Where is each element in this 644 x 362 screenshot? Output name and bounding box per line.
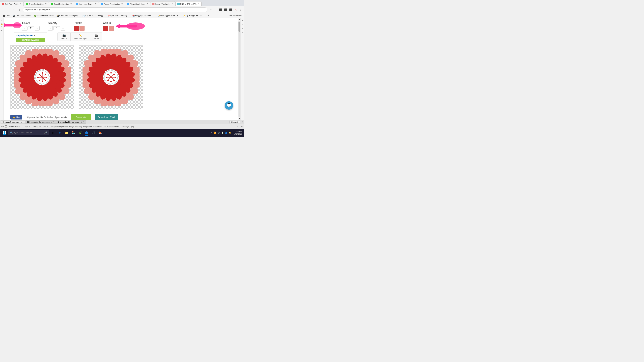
scroll-up-button[interactable]: ▲ — [238, 18, 240, 20]
taskbar-search[interactable]: 🔍 Type here to search 🎤 — [8, 130, 49, 135]
taskbar-app-store[interactable]: 🏪 — [70, 130, 76, 136]
right-sidebar-icon-1[interactable]: A — [241, 19, 244, 22]
chat-fab[interactable]: 💬 — [225, 101, 233, 110]
like-button[interactable]: 👍 Like — [10, 115, 22, 119]
download-svg-button[interactable]: Download SVG — [94, 114, 118, 120]
simplify-decrement[interactable]: − — [48, 26, 53, 31]
bookmark-free-photos[interactable]: 📷 Free stock photos — [12, 14, 32, 17]
bookmark-can-stock[interactable]: 📸 Can Stock Photo | My... — [55, 14, 81, 17]
vector-tab[interactable]: ✏️ Vector images — [70, 33, 90, 41]
photos-tab[interactable]: 📷 Photos — [58, 33, 70, 41]
home-button[interactable]: ⌂ — [18, 7, 22, 12]
inkscape-tab-2[interactable]: 🖼 free-vector-flower-....png ▲ ✕ — [26, 120, 56, 124]
show-all-button[interactable]: Show all — [230, 120, 240, 124]
inkscape-tab-2-close[interactable]: ✕ — [53, 121, 54, 123]
simplify-increment[interactable]: + — [61, 26, 66, 31]
inkscape-tab-1-close[interactable]: ✕ — [23, 121, 24, 123]
back-button[interactable]: ← — [1, 7, 6, 12]
inkscape-tab-1[interactable]: ⬡ image2vector.svg ▲ ✕ — [1, 120, 26, 124]
svg-point-57 — [42, 72, 43, 73]
tab-8[interactable]: PNG or JPG to SV... ✕ — [176, 1, 202, 6]
scrollbar: ▲ ▼ — [238, 18, 240, 120]
bookmark-myblogger2[interactable]: 📝 My Blogger Buzz: S ... — [182, 14, 206, 17]
tab-7[interactable]: Jaaxy - The Worl... ✕ — [150, 1, 175, 6]
url-bar[interactable]: https://www.pngtosvg.com — [23, 7, 207, 12]
time-display: 8:46 PM — [234, 130, 242, 133]
tray-chevron[interactable]: ^ — [210, 131, 213, 134]
start-button[interactable] — [1, 130, 8, 136]
palette-swatch-2[interactable] — [80, 26, 84, 31]
sidebar-icon-4[interactable]: A — [0, 29, 3, 32]
bookmark-blogging[interactable]: 📚 Blogging Resource L... — [131, 14, 156, 17]
video-tab[interactable]: 🎬 Video — [90, 33, 102, 41]
simplify-control-group: Simplify − 0 + — [48, 22, 66, 31]
right-sidebar-icon-4[interactable]: ≡ — [241, 31, 244, 34]
inkscape-tab-3-close[interactable]: ✕ — [83, 121, 84, 123]
tab-1[interactable]: Edit Post ‹ Abbi... ✕ — [0, 1, 24, 6]
scroll-thumb[interactable] — [238, 22, 240, 32]
tray-notification[interactable]: 🔔 — [228, 131, 231, 134]
ad-search-button[interactable]: SEARCH IMAGES — [16, 38, 45, 42]
colors-decrement[interactable]: − — [22, 26, 27, 31]
other-bookmarks[interactable]: Other bookmarks — [227, 14, 243, 17]
tab-4-close[interactable]: ✕ — [95, 2, 97, 5]
tab-5[interactable]: Flower Free Vecto... ✕ — [99, 1, 125, 6]
palette-swatch-1[interactable] — [74, 26, 79, 31]
tab-5-close[interactable]: ✕ — [121, 2, 123, 5]
chrome-icon: 🔵 — [85, 131, 89, 135]
bookmark-top25[interactable]: 📄 Top 25 Tips All Blogg... — [81, 14, 106, 17]
inkscape-tab-3[interactable]: 🖼 group-brightly-col-....jpg ▲ ✕ — [56, 120, 86, 124]
menu-button[interactable]: ⋮ — [238, 7, 243, 12]
sidebar-icon-3[interactable]: T — [0, 25, 3, 28]
bookmark-myblogger1[interactable]: 📝 My Blogger Buzz: Ho... — [156, 14, 182, 17]
tab-7-close[interactable]: ✕ — [171, 2, 174, 5]
right-sidebar-icon-3[interactable]: # — [241, 27, 244, 30]
bookmark-icon[interactable]: ☆ — [208, 7, 213, 12]
tab-2-close[interactable]: ✕ — [45, 2, 47, 5]
extension-icon-4[interactable]: A — [234, 7, 238, 12]
new-tab-button[interactable]: + — [202, 2, 206, 6]
extension-icon-3[interactable]: ⬛ — [228, 7, 233, 12]
refresh-button[interactable]: ↻ — [12, 7, 16, 12]
tab-4[interactable]: free vector flowe... ✕ — [74, 1, 99, 6]
tab-3[interactable]: Cricut Design Sp... ✕ — [49, 1, 74, 6]
taskbar-app-taskview[interactable]: ⊞ — [50, 130, 56, 136]
file-tabs-close[interactable]: ✕ — [242, 121, 243, 123]
free-photos-favicon: 📷 — [13, 14, 15, 16]
sidebar-icon-2[interactable]: 🔒 — [0, 22, 3, 25]
bookmark-apps[interactable]: ⬛ Apps — [1, 14, 11, 17]
tray-network[interactable]: 📶 — [214, 131, 216, 134]
forward-button[interactable]: → — [7, 7, 11, 12]
right-swatch-1[interactable] — [103, 26, 108, 31]
sidebar-icon-1[interactable]: ☰ — [0, 19, 3, 22]
taskbar-app-edge[interactable]: e — [57, 130, 63, 136]
tab-6[interactable]: Flowe Stock Illus... ✕ — [125, 1, 150, 6]
bookmark-more[interactable]: » — [206, 14, 210, 17]
system-clock[interactable]: 8:46 PM 10/1/2018 — [232, 130, 243, 136]
taskbar-app-2[interactable]: 🎵 — [90, 130, 96, 136]
tray-volume[interactable]: 🔊 — [217, 131, 220, 134]
right-swatch-2[interactable] — [109, 26, 114, 31]
extension-icon-1[interactable]: ⬛ — [218, 7, 223, 12]
right-sidebar-icon-2[interactable]: ⚙ — [241, 23, 244, 26]
generate-button[interactable]: Generate — [70, 114, 91, 120]
tab-2[interactable]: Cricut Design Sp... ✕ — [24, 1, 49, 6]
bookmark-natural-hair[interactable]: 🌿 Natural Hair Growth — [32, 14, 55, 17]
scroll-track[interactable] — [238, 21, 240, 117]
taskbar-app-1[interactable]: 🌿 — [77, 130, 83, 136]
tray-people[interactable]: 👤 — [224, 131, 228, 134]
tab-3-close[interactable]: ✕ — [70, 2, 72, 5]
address-bar: ← → ↻ ⌂ https://www.pngtosvg.com ☆ P ⬛ ⬛… — [0, 6, 244, 13]
taskbar-app-3[interactable]: 🦊 — [97, 130, 103, 136]
tab-8-close[interactable]: ✕ — [198, 2, 200, 5]
colors-increment[interactable]: + — [35, 26, 40, 31]
tab-1-close[interactable]: ✕ — [20, 2, 22, 5]
bookmark-april[interactable]: 📅 April 30th: Saturday ... — [106, 14, 131, 17]
taskbar-app-chrome[interactable]: 🔵 — [84, 130, 90, 136]
extension-icon-2[interactable]: ⬛ — [224, 7, 228, 12]
pinterest-icon[interactable]: P — [213, 7, 218, 12]
taskbar-app-explorer[interactable]: 📁 — [64, 130, 70, 136]
tray-battery[interactable]: 🔋 — [221, 131, 224, 134]
tab-6-close[interactable]: ✕ — [146, 2, 148, 5]
scroll-down-button[interactable]: ▼ — [238, 117, 240, 120]
